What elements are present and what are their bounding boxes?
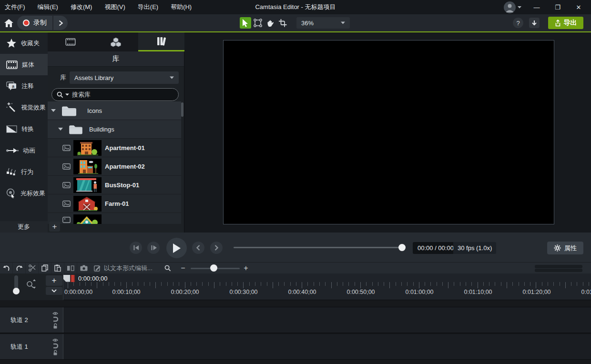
- eye-icon[interactable]: [52, 312, 58, 315]
- copy-button[interactable]: [39, 263, 51, 273]
- sidebar-item-annotations[interactable]: a 注释: [0, 75, 48, 97]
- tab-packages[interactable]: [93, 32, 138, 51]
- folder-icon: [61, 105, 77, 117]
- properties-button[interactable]: 属性: [547, 242, 583, 254]
- sidebar-item-media[interactable]: 媒体: [0, 54, 48, 75]
- library-item-busstop-01[interactable]: BusStop-01: [48, 176, 181, 194]
- minimize-button[interactable]: —: [527, 0, 546, 14]
- timeline-zoom-icon: [162, 263, 173, 273]
- library-search-input[interactable]: [71, 91, 159, 99]
- library-item-farm-01[interactable]: Farm-01: [48, 194, 181, 213]
- library-panel-title: 库: [48, 51, 184, 67]
- playhead-grip-icon[interactable]: [71, 275, 75, 282]
- eye-icon[interactable]: [52, 338, 58, 342]
- split-button[interactable]: [64, 263, 77, 273]
- crop-tool-button[interactable]: [277, 17, 288, 29]
- library-item-apartment-02[interactable]: Apartment-02: [48, 157, 181, 176]
- timeline-zoom-in-button[interactable]: +: [241, 263, 251, 273]
- select-tool-button[interactable]: [240, 17, 251, 29]
- download-button[interactable]: [529, 18, 540, 28]
- timeline-zoom-slider-handle[interactable]: [210, 264, 217, 272]
- preview-canvas[interactable]: [223, 40, 554, 224]
- canvas-zoom-select[interactable]: 36%: [296, 17, 350, 29]
- menu-view[interactable]: 视图(V): [104, 3, 125, 11]
- tab-media-bin[interactable]: [48, 32, 93, 51]
- close-button[interactable]: ✕: [569, 0, 588, 14]
- timeline-horizontal-scrollbar-thumb[interactable]: [535, 269, 582, 272]
- ruler-scale[interactable]: 0:00:00;00 0:00:10;00 0:00:20;00 0:00:30…: [63, 273, 591, 300]
- star-icon: [6, 38, 17, 48]
- paste-button[interactable]: [51, 263, 64, 273]
- folder-row-buildings[interactable]: Buildings: [48, 120, 181, 139]
- play-button[interactable]: [166, 238, 187, 258]
- add-track-button[interactable]: +: [46, 275, 62, 286]
- menu-modify[interactable]: 修改(M): [71, 3, 92, 11]
- menu-edit[interactable]: 编辑(E): [38, 3, 58, 11]
- sidebar-item-transitions[interactable]: 转换: [0, 118, 48, 140]
- caret-down-icon[interactable]: [51, 109, 56, 112]
- collapse-tracks-button[interactable]: [46, 287, 62, 295]
- fps-display[interactable]: 30 fps (1.0x): [453, 242, 496, 254]
- track-1-header[interactable]: 轨道 1: [0, 334, 63, 359]
- sidebar-item-visual-effects[interactable]: 视觉效果: [0, 97, 48, 118]
- pan-tool-button[interactable]: [265, 17, 276, 29]
- library-add-button[interactable]: +: [49, 222, 60, 232]
- sidebar-item-behaviors[interactable]: 行为: [0, 161, 48, 182]
- canvas-zoom-value: 36%: [301, 20, 314, 27]
- track-1-lane[interactable]: [63, 334, 591, 359]
- lock-icon[interactable]: [53, 350, 58, 355]
- animation-arrow-icon: [6, 148, 19, 153]
- menu-file[interactable]: 文件(F): [5, 3, 25, 11]
- playhead-flag-icon[interactable]: [63, 275, 70, 282]
- cut-button[interactable]: [26, 263, 39, 273]
- library-select[interactable]: Assets Library: [70, 71, 179, 84]
- library-item-partial[interactable]: [48, 213, 181, 224]
- library-scrollbar[interactable]: [181, 102, 183, 117]
- record-more-button[interactable]: [53, 16, 68, 30]
- library-item-apartment-01[interactable]: Apartment-01: [48, 139, 181, 157]
- user-avatar[interactable]: [504, 1, 516, 13]
- sidebar-item-cursor-effects[interactable]: 光标效果: [0, 182, 48, 204]
- lock-icon[interactable]: [53, 323, 58, 329]
- track-2-header[interactable]: 轨道 2: [0, 307, 63, 333]
- sidebar-item-favorites[interactable]: 收藏夹: [0, 32, 48, 54]
- next-frame-button[interactable]: [147, 242, 160, 254]
- maximize-button[interactable]: ❐: [548, 0, 567, 14]
- track-2-lane[interactable]: [63, 307, 591, 333]
- sidebar-label: 动画: [23, 146, 35, 155]
- jump-back-button[interactable]: [192, 242, 204, 254]
- timeline-zoom-out-button[interactable]: −: [178, 263, 188, 273]
- redo-button[interactable]: [13, 263, 26, 273]
- library-search[interactable]: [51, 88, 179, 101]
- folder-row-icons[interactable]: Icons: [48, 101, 181, 120]
- ruler-ticks-major: [68, 282, 591, 288]
- cursor-effects-icon: [6, 188, 16, 198]
- previous-frame-button[interactable]: [130, 242, 142, 254]
- sidebar-item-animations[interactable]: 动画: [0, 140, 48, 161]
- playback-slider-handle[interactable]: [398, 244, 406, 251]
- caret-down-icon[interactable]: [58, 128, 63, 131]
- menu-help[interactable]: 帮助(H): [171, 3, 192, 11]
- edit-as-text-button[interactable]: 以文本形式编辑...: [90, 263, 156, 273]
- folder-name: Buildings: [89, 126, 114, 133]
- timeline-ruler[interactable]: + 0:00:00;00 0:00:10;00 0:00:20;00 0:00:…: [0, 273, 591, 300]
- record-button[interactable]: 录制: [17, 16, 52, 30]
- timeline-horizontal-scrollbar[interactable]: [535, 265, 582, 268]
- export-button[interactable]: 导出: [548, 17, 583, 29]
- undo-button[interactable]: [0, 263, 13, 273]
- magnet-icon[interactable]: [53, 343, 58, 349]
- tab-library[interactable]: [138, 32, 184, 51]
- magnet-icon[interactable]: [53, 316, 58, 322]
- jump-forward-button[interactable]: [210, 242, 223, 254]
- avatar-caret-icon[interactable]: [518, 6, 521, 9]
- edit-tool-button[interactable]: [252, 17, 264, 29]
- playhead[interactable]: 0:00:00;00: [63, 274, 107, 282]
- menu-export[interactable]: 导出(E): [138, 3, 158, 11]
- snapshot-button[interactable]: [77, 263, 90, 273]
- help-button[interactable]: ?: [513, 18, 523, 28]
- track-zoom-icon: [25, 278, 37, 290]
- track-height-slider-handle[interactable]: [13, 288, 20, 294]
- home-icon[interactable]: [4, 19, 13, 27]
- playback-slider[interactable]: [234, 247, 403, 248]
- sidebar-more-button[interactable]: 更多: [0, 221, 48, 233]
